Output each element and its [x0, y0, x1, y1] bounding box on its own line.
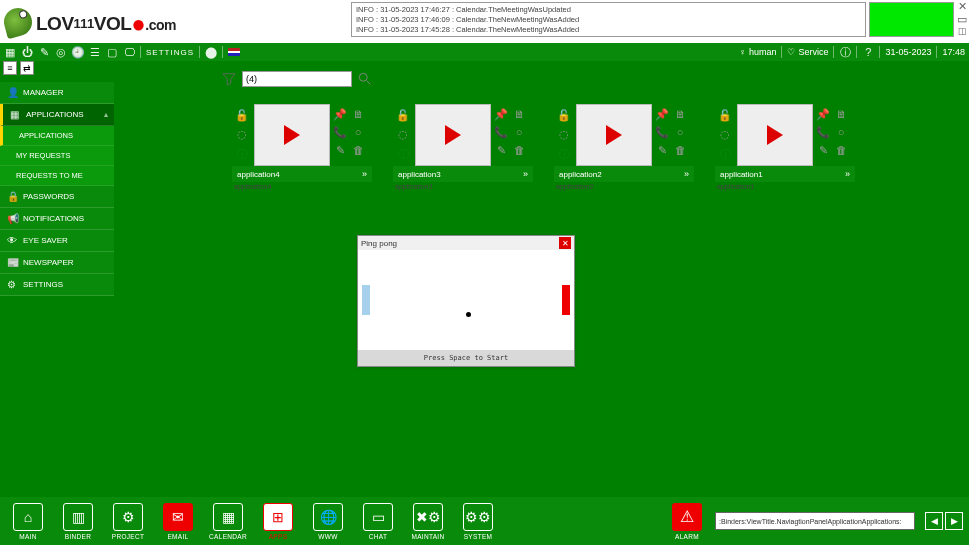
dotted-circle-icon[interactable]: ◌: [556, 127, 572, 143]
dock-system[interactable]: ⚙⚙SYSTEM: [456, 500, 500, 542]
flag-us-icon[interactable]: [228, 48, 240, 56]
dock-calendar[interactable]: ▦CALENDAR: [206, 500, 250, 542]
pong-titlebar[interactable]: Ping pong ✕: [358, 236, 574, 250]
lock-icon[interactable]: 🔓: [395, 108, 411, 124]
info-icon[interactable]: ⓘ: [556, 146, 572, 162]
doc-icon[interactable]: 🗎: [672, 106, 688, 122]
minimize-icon[interactable]: ▭: [957, 13, 967, 26]
help-icon[interactable]: ?: [862, 46, 874, 58]
circle-icon[interactable]: ○: [511, 124, 527, 140]
trash-icon[interactable]: 🗑: [350, 142, 366, 158]
pin-icon[interactable]: 📌: [815, 106, 831, 122]
dotted-circle-icon[interactable]: ◌: [234, 127, 250, 143]
doc-icon[interactable]: 🗎: [511, 106, 527, 122]
dotted-circle-icon[interactable]: ◌: [717, 127, 733, 143]
service-indicator[interactable]: ♡Service: [787, 47, 828, 57]
circle-icon[interactable]: ○: [833, 124, 849, 140]
dock-email[interactable]: ✉EMAIL: [156, 500, 200, 542]
info-icon[interactable]: ⓘ: [395, 146, 411, 162]
info-icon[interactable]: ⓘ: [839, 45, 851, 60]
info-icon[interactable]: ⓘ: [234, 146, 250, 162]
lock-icon[interactable]: 🔓: [717, 108, 733, 124]
chevron-up-icon: ▴: [104, 110, 108, 119]
info-icon[interactable]: ⓘ: [717, 146, 733, 162]
pong-field[interactable]: [358, 250, 574, 350]
monitor-icon[interactable]: 🖵: [123, 46, 135, 58]
dock-alarm[interactable]: ⚠ALARM: [665, 500, 709, 542]
dock-binder[interactable]: ▥BINDER: [56, 500, 100, 542]
doc-icon[interactable]: 🗎: [833, 106, 849, 122]
card-title-bar[interactable]: application4»: [232, 166, 372, 182]
lock-icon[interactable]: 🔓: [556, 108, 572, 124]
edit-icon[interactable]: ✎: [654, 142, 670, 158]
filter-input[interactable]: [242, 71, 352, 87]
close-icon[interactable]: ✕: [559, 237, 571, 249]
settings-link[interactable]: SETTINGS: [146, 48, 194, 57]
sidebar-item-newspaper[interactable]: 📰NEWSPAPER: [0, 252, 114, 274]
nav-next-button[interactable]: ▶: [945, 512, 963, 530]
card-title-bar[interactable]: application3»: [393, 166, 533, 182]
flag-pt-icon[interactable]: ⬤: [205, 46, 217, 59]
play-button[interactable]: [576, 104, 652, 166]
edit-icon[interactable]: ✎: [815, 142, 831, 158]
card-title-bar[interactable]: application1»: [715, 166, 855, 182]
phone-icon[interactable]: 📞: [332, 124, 348, 140]
clock-icon[interactable]: 🕘: [72, 46, 84, 59]
card-subtitle: application4: [232, 182, 372, 191]
ball: [466, 312, 471, 317]
dock-maintain[interactable]: ✖⚙MAINTAIN: [406, 500, 450, 542]
pin-icon[interactable]: 📌: [493, 106, 509, 122]
phone-icon[interactable]: 📞: [493, 124, 509, 140]
close-icon[interactable]: ✕: [958, 0, 967, 13]
pong-window[interactable]: Ping pong ✕ Press Space to Start: [357, 235, 575, 367]
sidebar-item-notifications[interactable]: 📢NOTIFICATIONS: [0, 208, 114, 230]
grid-icon[interactable]: ▦: [4, 46, 16, 59]
power-icon[interactable]: ⏻: [21, 46, 33, 58]
window-icon[interactable]: ◫: [958, 26, 967, 36]
stack-icon[interactable]: ☰: [89, 46, 101, 59]
card-title-bar[interactable]: application2»: [554, 166, 694, 182]
circle-icon[interactable]: ○: [350, 124, 366, 140]
sidebar-sub-myrequests[interactable]: MY REQUESTS: [0, 146, 114, 166]
logo[interactable]: LOV111VOL●.com: [0, 0, 176, 43]
play-button[interactable]: [415, 104, 491, 166]
lock-icon[interactable]: 🔓: [234, 108, 250, 124]
sidebar-item-applications[interactable]: ▦APPLICATIONS▴: [0, 104, 114, 126]
play-button[interactable]: [737, 104, 813, 166]
box-icon[interactable]: ▢: [106, 46, 118, 59]
search-icon[interactable]: [358, 72, 372, 86]
trash-icon[interactable]: 🗑: [511, 142, 527, 158]
sidebar-item-settings[interactable]: ⚙SETTINGS: [0, 274, 114, 296]
pin-icon[interactable]: 📌: [332, 106, 348, 122]
view-toggle: ≡ ⇄: [3, 61, 34, 75]
dock-project[interactable]: ⚙PROJECT: [106, 500, 150, 542]
user-indicator[interactable]: ♀human: [739, 47, 776, 57]
trash-icon[interactable]: 🗑: [672, 142, 688, 158]
circle-icon[interactable]: ○: [672, 124, 688, 140]
edit-icon[interactable]: ✎: [332, 142, 348, 158]
trash-icon[interactable]: 🗑: [833, 142, 849, 158]
sidebar-sub-requeststome[interactable]: REQUESTS TO ME: [0, 166, 114, 186]
dock-chat[interactable]: ▭CHAT: [356, 500, 400, 542]
dock-apps[interactable]: ⊞APPS: [256, 500, 300, 542]
sidebar-item-manager[interactable]: 👤MANAGER: [0, 82, 114, 104]
edit-icon[interactable]: ✎: [493, 142, 509, 158]
funnel-icon[interactable]: [222, 72, 236, 86]
sidebar-item-passwords[interactable]: 🔒PASSWORDS: [0, 186, 114, 208]
nav-prev-button[interactable]: ◀: [925, 512, 943, 530]
doc-icon[interactable]: 🗎: [350, 106, 366, 122]
sidebar-item-eyesaver[interactable]: 👁EYE SAVER: [0, 230, 114, 252]
target-icon[interactable]: ◎: [55, 46, 67, 59]
dotted-circle-icon[interactable]: ◌: [395, 127, 411, 143]
phone-icon[interactable]: 📞: [654, 124, 670, 140]
swap-view-icon[interactable]: ⇄: [20, 61, 34, 75]
dock-www[interactable]: 🌐WWW: [306, 500, 350, 542]
app-card: 🔓◌ⓘ 📌🗎📞○✎🗑 application3» application3: [393, 104, 533, 191]
phone-icon[interactable]: 📞: [815, 124, 831, 140]
tool-icon[interactable]: ✎: [38, 46, 50, 59]
list-view-icon[interactable]: ≡: [3, 61, 17, 75]
play-button[interactable]: [254, 104, 330, 166]
pin-icon[interactable]: 📌: [654, 106, 670, 122]
dock-main[interactable]: ⌂MAIN: [6, 500, 50, 542]
sidebar-sub-applications[interactable]: APPLICATIONS: [0, 126, 114, 146]
